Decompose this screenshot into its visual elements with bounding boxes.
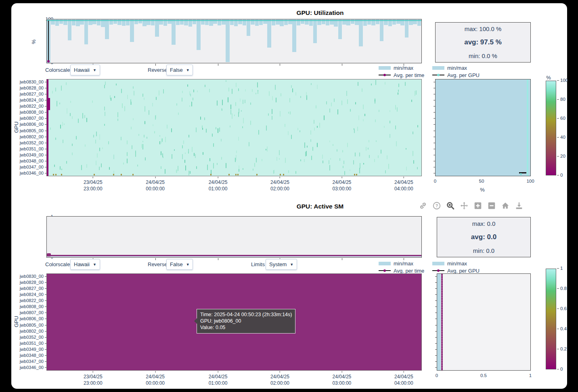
heatmap-speckle bbox=[156, 97, 157, 100]
heatmap-speckle bbox=[350, 109, 351, 112]
heatmap-speckle bbox=[306, 151, 307, 156]
x-tickmark bbox=[342, 258, 342, 260]
legend-avg-per-gpu[interactable]: Avg. per GPU bbox=[432, 268, 480, 273]
heatmap-speckle bbox=[111, 98, 111, 101]
x-tickmark bbox=[155, 371, 155, 373]
x-tick-time: 01:00:00 bbox=[209, 186, 228, 192]
heatmap-speckle bbox=[319, 123, 320, 128]
heatmap-speckle bbox=[254, 163, 255, 167]
heatmap-speckle bbox=[72, 116, 73, 119]
utilization-heatmap[interactable] bbox=[46, 79, 422, 176]
caret-down-icon: ▼ bbox=[186, 263, 190, 267]
heatmap-speckle bbox=[238, 137, 239, 141]
heatmap-speckle bbox=[346, 91, 347, 96]
gpu-label: jwb0828_00 bbox=[15, 279, 44, 286]
gpu-label: jwb0352_00 bbox=[15, 140, 44, 146]
active-sm-timeseries-plot[interactable] bbox=[46, 216, 422, 258]
reverse-select[interactable]: False▼ bbox=[166, 65, 193, 75]
right1-x-axis-label: % bbox=[477, 187, 487, 193]
x-tickmark bbox=[280, 371, 280, 373]
x-tickmark bbox=[218, 64, 218, 66]
heatmap-speckle bbox=[108, 141, 109, 144]
x-tickmark bbox=[404, 258, 404, 260]
gpu-label: jwb0808_00 bbox=[15, 304, 44, 310]
heatmap-speckle bbox=[311, 156, 312, 160]
limits-select[interactable]: System▼ bbox=[266, 259, 297, 270]
utilization-per-gpu-plot[interactable] bbox=[435, 79, 531, 176]
heatmap-speckle bbox=[104, 85, 105, 88]
legend-avg-per-time[interactable]: Avg. per time bbox=[379, 268, 424, 273]
heatmap-speckle bbox=[202, 128, 203, 130]
colorscale-select[interactable]: Hawaii▼ bbox=[70, 65, 100, 75]
active-sm-per-gpu-plot[interactable] bbox=[437, 273, 531, 371]
heatmap-speckle bbox=[184, 160, 185, 163]
avg-line-swatch bbox=[379, 270, 391, 271]
hm1-gpu-labels: jwb0830_00jwb0828_00jwb0827_00jwb0824_00… bbox=[15, 79, 44, 176]
heatmap-speckle bbox=[178, 166, 178, 171]
legend-avg-per-gpu[interactable]: Avg. per GPU bbox=[432, 72, 480, 78]
legend-minmax-right[interactable]: min/max bbox=[432, 65, 467, 71]
heatmap-low-dot bbox=[210, 174, 212, 175]
gpu-label: jwb0830_00 bbox=[15, 79, 44, 85]
heatmap-speckle bbox=[114, 96, 115, 98]
x-tick: 24/04/2504:00:00 bbox=[394, 371, 413, 386]
colorscale-value: Hawaii bbox=[74, 67, 90, 73]
heatmap-speckle bbox=[364, 114, 365, 116]
heatmap-speckle bbox=[189, 105, 190, 107]
heatmap-speckle bbox=[241, 110, 242, 112]
utilization-timeseries-plot[interactable] bbox=[46, 19, 422, 63]
stat-max: max: 100.0 % bbox=[465, 25, 502, 32]
section-active-sm-title: GPU: Active SM bbox=[58, 203, 578, 210]
heatmap-speckle bbox=[149, 110, 149, 115]
heatmap-speckle bbox=[310, 130, 311, 135]
tooltip-gpu: GPU: jwb0806_00 bbox=[200, 318, 292, 324]
ts2-x-tickmarks bbox=[46, 258, 422, 261]
gpu-label: jwb0802_00 bbox=[15, 328, 44, 334]
heatmap-speckle bbox=[239, 108, 239, 113]
heatmap-speckle bbox=[70, 101, 71, 103]
heatmap-speckle bbox=[192, 147, 193, 152]
heatmap-speckle bbox=[359, 168, 360, 173]
heatmap-speckle bbox=[174, 149, 175, 151]
heatmap-speckle bbox=[230, 125, 230, 127]
heatmap-speckle bbox=[182, 91, 183, 93]
heatmap-speckle bbox=[397, 107, 398, 112]
colorscale-select[interactable]: Hawaii▼ bbox=[70, 259, 100, 270]
heatmap-speckle bbox=[337, 149, 337, 152]
heatmap-speckle bbox=[272, 96, 273, 100]
gpu-dashboard: GPU: Utilization % 100 50 0 max: 100.0 %… bbox=[0, 0, 578, 392]
heatmap-speckle bbox=[289, 98, 290, 102]
legend-minmax-left[interactable]: min/max bbox=[379, 261, 413, 266]
heatmap-speckle bbox=[132, 145, 132, 149]
heatmap-speckle bbox=[295, 171, 296, 174]
heatmap-speckle bbox=[330, 158, 331, 160]
heatmap-speckle bbox=[183, 140, 184, 144]
limits-label: Limits bbox=[251, 259, 265, 270]
avg-line-start-marker bbox=[47, 60, 50, 63]
gpu-label: jwb0349_00 bbox=[15, 346, 44, 352]
gpu-label: jwb0807_00 bbox=[15, 310, 44, 316]
x-tickmark bbox=[218, 177, 218, 178]
heatmap-speckle bbox=[228, 97, 228, 102]
avg-line-start-drop bbox=[48, 21, 49, 62]
x-tick-date: 24/04/25 bbox=[394, 373, 413, 380]
heatmap-speckle bbox=[375, 100, 375, 102]
reverse-select[interactable]: False▼ bbox=[166, 259, 193, 270]
legend-minmax-left[interactable]: min/max bbox=[379, 65, 413, 71]
legend-label: min/max bbox=[447, 65, 467, 71]
legend-minmax-right[interactable]: min/max bbox=[432, 261, 467, 266]
heatmap-speckle bbox=[221, 157, 222, 160]
heatmap-speckle bbox=[216, 127, 216, 129]
heatmap-speckle bbox=[137, 165, 138, 167]
stat-avg: avg: 97.5 % bbox=[464, 38, 502, 46]
heatmap-speckle bbox=[209, 89, 210, 92]
heatmap-speckle bbox=[297, 128, 298, 130]
heatmap-speckle bbox=[161, 166, 161, 169]
right2-xtick-1: 1 bbox=[527, 373, 534, 378]
heatmap-speckle bbox=[240, 98, 241, 101]
heatmap-speckle bbox=[300, 96, 301, 98]
gpu-label: jwb0349_00 bbox=[15, 152, 44, 158]
legend-avg-per-time[interactable]: Avg. per time bbox=[379, 72, 424, 78]
colorscale-value: Hawaii bbox=[74, 261, 90, 267]
gpu-label: jwb0822_00 bbox=[15, 103, 44, 109]
